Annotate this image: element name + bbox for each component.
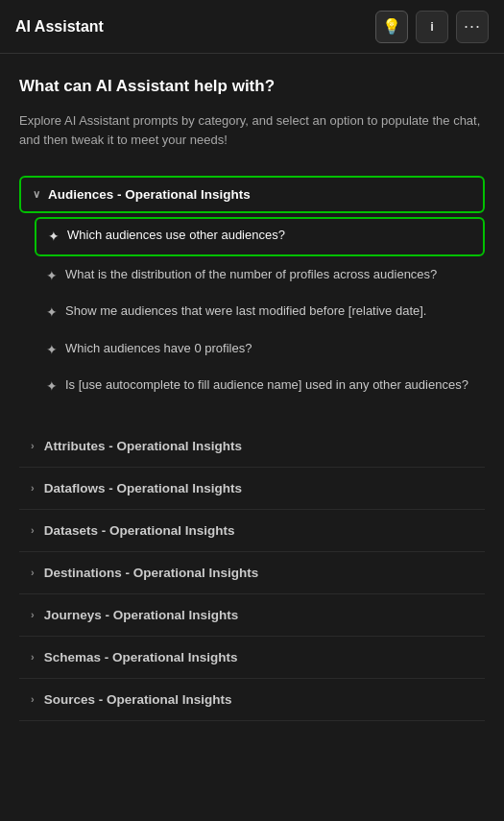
bulb-button[interactable]: 💡 (375, 11, 408, 43)
collapsed-categories-list: › Attributes - Operational Insights › Da… (19, 425, 485, 721)
more-icon: ··· (464, 16, 481, 36)
dataflows-category-item[interactable]: › Dataflows - Operational Insights (19, 468, 485, 510)
bulb-icon: 💡 (382, 17, 401, 36)
main-content: What can AI Assistant help with? Explore… (0, 54, 504, 740)
sources-category-item[interactable]: › Sources - Operational Insights (19, 679, 485, 721)
prompt-text: Show me audiences that were last modifie… (65, 302, 427, 320)
chevron-right-icon: › (31, 440, 35, 451)
audiences-category-label: Audiences - Operational Insights (48, 187, 251, 202)
attributes-category-label: Attributes - Operational Insights (44, 439, 242, 453)
main-description: Explore AI Assistant prompts by category… (19, 111, 485, 149)
category-prompts-list: ✦ Which audiences use other audiences? ✦… (19, 213, 485, 414)
prompt-text: Is [use autocomplete to fill audience na… (65, 376, 468, 394)
datasets-category-item[interactable]: › Datasets - Operational Insights (19, 510, 485, 552)
destinations-category-item[interactable]: › Destinations - Operational Insights (19, 552, 485, 594)
sparkle-icon: ✦ (46, 267, 58, 286)
app-header: AI Assistant 💡 i ··· (0, 0, 504, 54)
prompt-item[interactable]: ✦ Is [use autocomplete to fill audience … (35, 369, 485, 404)
sparkle-icon: ✦ (46, 341, 58, 360)
sparkle-icon: ✦ (46, 303, 58, 323)
chevron-right-icon: › (31, 693, 35, 705)
main-question: What can AI Assistant help with? (19, 77, 485, 96)
chevron-right-icon: › (31, 567, 35, 578)
more-button[interactable]: ··· (456, 11, 489, 43)
chevron-right-icon: › (31, 609, 35, 620)
schemas-category-label: Schemas - Operational Insights (44, 650, 238, 664)
chevron-right-icon: › (31, 651, 35, 663)
chevron-right-icon: › (31, 524, 35, 536)
destinations-category-label: Destinations - Operational Insights (44, 566, 259, 580)
prompt-text: Which audiences use other audiences? (67, 227, 285, 244)
header-actions: 💡 i ··· (375, 11, 489, 43)
schemas-category-item[interactable]: › Schemas - Operational Insights (19, 637, 485, 679)
attributes-category-item[interactable]: › Attributes - Operational Insights (19, 425, 485, 468)
sparkle-icon: ✦ (46, 377, 58, 397)
info-icon: i (430, 19, 434, 34)
chevron-down-icon: ∨ (33, 188, 40, 201)
prompt-text: Which audiences have 0 profiles? (65, 340, 252, 357)
prompt-item[interactable]: ✦ Which audiences use other audiences? (35, 217, 485, 256)
dataflows-category-label: Dataflows - Operational Insights (44, 481, 242, 495)
datasets-category-label: Datasets - Operational Insights (44, 523, 235, 538)
sparkle-icon: ✦ (48, 228, 60, 247)
prompt-item[interactable]: ✦ Show me audiences that were last modif… (35, 295, 485, 330)
audiences-category-header[interactable]: ∨ Audiences - Operational Insights (19, 176, 485, 213)
prompt-item[interactable]: ✦ Which audiences have 0 profiles? (35, 332, 485, 368)
app-title: AI Assistant (15, 18, 104, 36)
prompt-text: What is the distribution of the number o… (65, 266, 437, 283)
expanded-category-section: ∨ Audiences - Operational Insights ✦ Whi… (19, 176, 485, 414)
journeys-category-label: Journeys - Operational Insights (44, 608, 239, 622)
info-button[interactable]: i (416, 11, 448, 43)
sources-category-label: Sources - Operational Insights (44, 692, 232, 707)
chevron-right-icon: › (31, 482, 35, 494)
prompt-item[interactable]: ✦ What is the distribution of the number… (35, 258, 485, 294)
journeys-category-item[interactable]: › Journeys - Operational Insights (19, 594, 485, 637)
